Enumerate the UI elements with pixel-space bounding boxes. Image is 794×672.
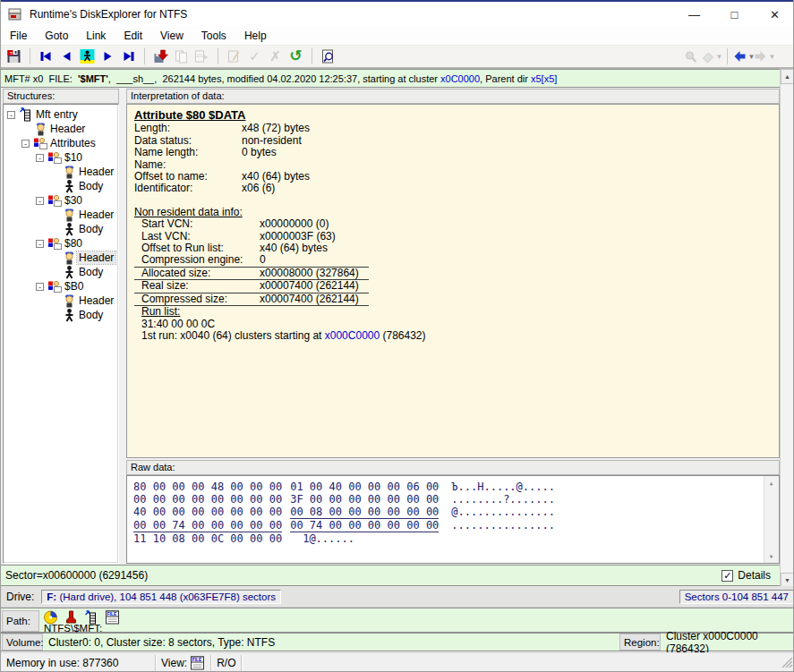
dropdown-arrow-icon[interactable]: ▼ [769, 53, 776, 61]
hex-row[interactable]: 80 00 00 00 48 00 00 00 01 00 40 00 00 0… [133, 481, 779, 493]
menu-tools[interactable]: Tools [192, 28, 235, 44]
right-scrollbar[interactable]: ▲ ▼ [780, 69, 794, 588]
tree-slot: - [36, 283, 47, 291]
interpretation-panel[interactable]: Attribute $80 $DATALength:x48 (72) bytes… [126, 104, 780, 458]
volume-label: Volume: [2, 634, 43, 651]
apply-button[interactable]: ✓ [244, 47, 265, 66]
tree-item-header[interactable]: Header [4, 293, 118, 308]
tree-item-label: Header [77, 166, 115, 178]
tree-item--10[interactable]: -$10 [4, 150, 118, 165]
volume-value: Cluster0: 0, Cluster size: 8 sectors, Ty… [48, 636, 275, 649]
tree-item-header[interactable]: Header [4, 165, 118, 179]
field-row: Start VCN:x00000000 (0) [134, 218, 369, 230]
copy-binary-button[interactable]: 101 [192, 47, 212, 66]
dropdown-arrow-icon[interactable]: ▼ [716, 53, 723, 61]
go-first-button[interactable] [36, 47, 56, 66]
path-mft-item[interactable] [84, 610, 100, 624]
preview-button[interactable] [318, 47, 338, 66]
hex-row[interactable]: 00 00 00 00 00 00 00 00 3F 00 00 00 00 0… [133, 493, 779, 506]
memory-usage: Memory in use: 877360 [1, 655, 156, 671]
attr-icon [47, 279, 63, 293]
go-last-button[interactable] [118, 47, 139, 66]
field-row: Compression engine:0 [134, 254, 369, 266]
hex-bytes: 00 00 74 00 00 00 00 00 [133, 519, 282, 532]
minimize-button[interactable]: — [674, 2, 714, 27]
nav-forward-button[interactable]: ▼ [754, 47, 774, 66]
tree-item-header[interactable]: Header [4, 208, 118, 222]
collapse-toggle-icon[interactable]: - [36, 154, 44, 162]
close-button[interactable]: ✕ [755, 2, 794, 27]
erase-button[interactable]: ▼ [701, 47, 721, 66]
raw-scroll-down-button[interactable]: ▼ [764, 549, 778, 563]
maximize-button[interactable]: □ [714, 2, 755, 27]
search-button[interactable] [680, 47, 701, 66]
raw-data-panel[interactable]: 80 00 00 00 48 00 00 00 01 00 40 00 00 0… [126, 475, 780, 564]
path-breadcrumb-icons: FILE [43, 610, 121, 624]
tree-icon-cell [19, 107, 34, 122]
hex-gap [282, 493, 290, 506]
go-next-button[interactable] [98, 47, 118, 66]
tree-item-mft-entry[interactable]: -Mft entry [4, 107, 118, 122]
structures-tree[interactable]: -Mft entryHeader-Attributes-$10HeaderBod… [3, 104, 119, 564]
refresh-button[interactable]: ↺ [286, 47, 306, 66]
tree-icon-cell [47, 193, 63, 208]
raw-scroll-up-button[interactable]: ▲ [764, 476, 778, 489]
raw-data-scrollbar[interactable]: ▲ ▼ [764, 476, 779, 563]
menu-edit[interactable]: Edit [115, 28, 151, 44]
collapse-toggle-icon[interactable]: - [36, 283, 44, 291]
tree-icon-cell [47, 236, 63, 251]
field-row: Length:x48 (72) bytes [134, 123, 779, 134]
app-window: Runtime's DiskExplorer for NTFS — □ ✕ Fi… [0, 0, 794, 672]
tree-item--30[interactable]: -$30 [4, 193, 118, 208]
tree-item-body[interactable]: Body [4, 222, 118, 236]
menu-help[interactable]: Help [235, 28, 276, 44]
toolbar-separator [312, 48, 312, 64]
path-boot-item[interactable] [64, 610, 80, 624]
tree-item-header[interactable]: Header [4, 122, 118, 136]
person-icon [62, 251, 77, 265]
field-value: x48 (72) bytes [242, 123, 310, 134]
copy-button[interactable] [171, 47, 192, 66]
save-icon: ? [6, 49, 21, 64]
nav-back-button[interactable]: ▼ [733, 47, 754, 66]
path-file-item[interactable]: FILE [105, 610, 121, 624]
path-drive-item[interactable] [43, 610, 59, 624]
panel-splitter[interactable] [119, 88, 126, 564]
tree-item-header[interactable]: Header [4, 251, 118, 265]
collapse-toggle-icon[interactable]: - [21, 140, 30, 148]
go-prev-button[interactable] [56, 47, 77, 66]
drive-info-box: F: (Hard drive), 104 851 448 (x063FE7F8)… [41, 590, 281, 604]
save-to-file-button[interactable] [150, 47, 171, 66]
go-to-button[interactable] [77, 47, 98, 66]
tree-item-body[interactable]: Body [4, 179, 118, 193]
collapse-toggle-icon[interactable]: - [36, 240, 44, 248]
menu-link[interactable]: Link [77, 28, 115, 44]
info-segment: , Parent dir [480, 73, 531, 84]
collapse-toggle-icon[interactable]: - [36, 197, 44, 205]
first-run-cluster-link[interactable]: x000C0000 [325, 329, 380, 342]
save-button[interactable]: ? [4, 47, 24, 66]
hex-row[interactable]: 11 10 08 00 0C 00 00 00 1@...... [133, 532, 779, 545]
details-checkbox[interactable]: ✓ [721, 570, 733, 582]
menu-file[interactable]: File [1, 28, 36, 44]
resize-grip[interactable] [781, 657, 793, 668]
tree-item-body[interactable]: Body [4, 308, 118, 322]
scroll-up-button[interactable]: ▲ [781, 69, 794, 84]
hex-row[interactable]: 00 00 74 00 00 00 00 00 00 74 00 00 00 0… [133, 519, 779, 532]
refresh-icon: ↺ [289, 49, 302, 64]
collapse-toggle-icon[interactable]: - [7, 111, 15, 119]
menu-view[interactable]: View [151, 28, 192, 44]
tree-item-body[interactable]: Body [4, 265, 118, 279]
hex-row[interactable]: 40 00 00 00 00 00 00 00 00 08 00 00 00 0… [133, 506, 779, 519]
tree-item--b0[interactable]: -$B0 [4, 279, 118, 293]
tree-item--80[interactable]: -$80 [4, 236, 118, 251]
details-toggle[interactable]: ✓ Details [721, 569, 771, 582]
info-segment: , ___sh__, 262144 bytes, modified 04.02.… [108, 73, 440, 84]
edit-button[interactable] [224, 47, 244, 66]
hex-gap [282, 506, 290, 518]
discard-button[interactable]: ✗ [265, 47, 286, 66]
go-first-icon [38, 49, 54, 64]
field-value: x06 (6) [242, 183, 275, 194]
tree-item-attributes[interactable]: -Attributes [4, 136, 118, 150]
menu-goto[interactable]: Goto [36, 28, 77, 44]
